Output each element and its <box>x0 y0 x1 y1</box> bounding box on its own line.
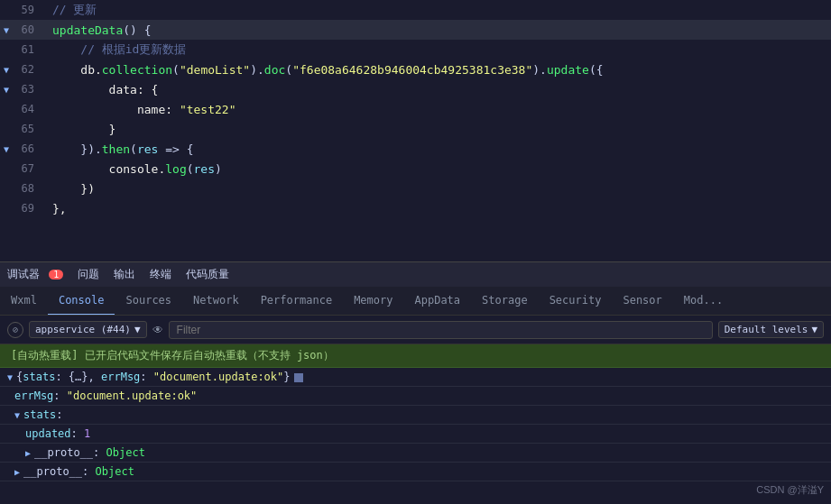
console-entry-stats-content: stats: <box>23 408 824 421</box>
expand-proto2-arrow[interactable]: ▶ <box>14 467 20 477</box>
collapse-arrow-63[interactable]: ▼ <box>4 85 9 95</box>
tab-network[interactable]: Network <box>182 287 250 316</box>
levels-select[interactable]: Default levels ▼ <box>718 321 824 338</box>
line-number-66: ▼66 <box>0 142 45 155</box>
line-content-59: // 更新 <box>45 2 97 18</box>
context-label: appservice (#44) <box>35 324 131 335</box>
bar-item-issues[interactable]: 问题 <box>78 267 99 282</box>
code-line-66: ▼66 }).then(res => { <box>0 139 831 159</box>
notification-text: [自动热重载] 已开启代码文件保存后自动热重载（不支持 json） <box>11 349 334 362</box>
code-line-59: 59 // 更新 <box>0 0 831 20</box>
line-number-64: 64 <box>0 103 45 115</box>
devtools-panel: 调试器 1 问题 输出 终端 代码质量 Wxml Console Sources… <box>0 261 831 504</box>
line-content-62: db.collection("demoList").doc("f6e08a646… <box>45 63 604 77</box>
expand-stats-arrow[interactable]: ▼ <box>14 410 20 420</box>
bar-item-output[interactable]: 输出 <box>114 267 135 282</box>
code-punc: () { <box>123 23 151 37</box>
code-func: updateData <box>52 23 123 37</box>
filter-bar: ⊘ appservice (#44) ▼ 👁 Default levels ▼ <box>0 316 831 344</box>
line-number-63: ▼63 <box>0 83 45 96</box>
line-content-69: }, <box>45 202 67 215</box>
context-select[interactable]: appservice (#44) ▼ <box>29 321 147 338</box>
collapse-arrow-62[interactable]: ▼ <box>4 65 9 75</box>
filter-input-wrapper <box>169 321 713 339</box>
console-entry-proto1: ▶ __proto__: Object <box>0 444 831 463</box>
line-content-66: }).then(res => { <box>45 142 194 156</box>
code-line-60: ▼60 updateData() { <box>0 20 831 40</box>
line-content-67: console.log(res) <box>45 162 222 176</box>
tab-more[interactable]: Mod... <box>673 287 734 316</box>
watermark: CSDN @洋溢Y <box>756 483 824 497</box>
tab-security[interactable]: Security <box>539 287 613 316</box>
collapse-arrow-66[interactable]: ▼ <box>4 144 9 154</box>
console-entry-stats: ▼ stats: <box>0 406 831 425</box>
context-dropdown-arrow: ▼ <box>134 324 141 335</box>
code-line-68: 68 }) <box>0 179 831 198</box>
devtools-bar: 调试器 1 问题 输出 终端 代码质量 <box>0 261 831 287</box>
code-func: collection <box>102 63 172 77</box>
line-number-59: 59 <box>0 4 45 16</box>
clear-console-button[interactable]: ⊘ <box>7 322 23 338</box>
console-output: [自动热重载] 已开启代码文件保存后自动热重载（不支持 json） ▼ {sta… <box>0 344 831 504</box>
tab-wxml[interactable]: Wxml <box>0 287 48 316</box>
expand-object-arrow[interactable]: ▼ <box>7 372 13 382</box>
tab-storage[interactable]: Storage <box>471 287 539 316</box>
tab-sources[interactable]: Sources <box>115 287 182 316</box>
tab-memory[interactable]: Memory <box>343 287 403 316</box>
line-number-65: 65 <box>0 123 45 135</box>
expand-proto1-arrow[interactable]: ▶ <box>25 448 31 458</box>
line-content-68: }) <box>45 182 95 196</box>
small-square-icon <box>294 373 303 382</box>
bar-item-terminal[interactable]: 终端 <box>150 267 171 282</box>
console-entry-errmsg: errMsg: "document.update:ok" <box>0 387 831 406</box>
line-number-68: 68 <box>0 182 45 195</box>
line-content-64: name: "test22" <box>45 103 236 116</box>
code-editor: 59 // 更新 ▼60 updateData() { 61 // 根据id更新… <box>0 0 831 261</box>
tab-performance[interactable]: Performance <box>250 287 343 316</box>
collapse-arrow-60[interactable]: ▼ <box>4 25 9 35</box>
bar-item-debugger[interactable]: 调试器 1 <box>7 267 63 282</box>
console-entry-proto2-content: __proto__: Object <box>23 465 824 478</box>
devtools-tabs: Wxml Console Sources Network Performance… <box>0 287 831 316</box>
line-content-63: data: { <box>45 83 158 96</box>
eye-button[interactable]: 👁 <box>152 324 163 336</box>
code-comment: // 更新 <box>52 3 97 16</box>
code-line-64: 64 name: "test22" <box>0 99 831 119</box>
console-entry-updated: updated: 1 <box>0 425 831 444</box>
code-comment: // 根据id更新数据 <box>52 42 186 56</box>
line-number-62: ▼62 <box>0 63 45 76</box>
code-line-67: 67 console.log(res) <box>0 159 831 179</box>
debugger-badge: 1 <box>49 270 63 279</box>
line-number-69: 69 <box>0 202 45 215</box>
console-entry-content: {stats: {…}, errMsg: "document.update:ok… <box>16 371 824 383</box>
code-line-63: ▼63 data: { <box>0 79 831 99</box>
console-entry-errmsg-content: errMsg: "document.update:ok" <box>14 389 824 402</box>
code-lines: 59 // 更新 ▼60 updateData() { 61 // 根据id更新… <box>0 0 831 218</box>
levels-arrow: ▼ <box>811 324 817 335</box>
line-number-67: 67 <box>0 162 45 175</box>
console-entry-proto2: ▶ __proto__: Object <box>0 463 831 481</box>
tab-console[interactable]: Console <box>48 287 115 316</box>
console-entry-proto1-content: __proto__: Object <box>34 446 824 459</box>
tab-sensor[interactable]: Sensor <box>612 287 672 316</box>
code-line-61: 61 // 根据id更新数据 <box>0 40 831 60</box>
tab-appdata[interactable]: AppData <box>403 287 471 316</box>
code-line-65: 65 } <box>0 119 831 139</box>
line-number-61: 61 <box>0 43 45 56</box>
code-line-69: 69 }, <box>0 198 831 218</box>
line-content-61: // 根据id更新数据 <box>45 41 186 58</box>
code-line-62: ▼62 db.collection("demoList").doc("f6e08… <box>0 60 831 79</box>
line-content-60: updateData() { <box>45 23 152 37</box>
console-entry-object: ▼ {stats: {…}, errMsg: "document.update:… <box>0 368 831 387</box>
line-number-60: ▼60 <box>0 23 45 36</box>
notification-bar: [自动热重载] 已开启代码文件保存后自动热重载（不支持 json） <box>0 344 831 368</box>
levels-label: Default levels <box>725 324 808 335</box>
line-content-65: } <box>45 123 115 136</box>
filter-input[interactable] <box>177 324 705 336</box>
code-text: db. <box>52 63 102 77</box>
console-entry-updated-content: updated: 1 <box>25 427 824 440</box>
bar-item-quality[interactable]: 代码质量 <box>186 267 229 282</box>
